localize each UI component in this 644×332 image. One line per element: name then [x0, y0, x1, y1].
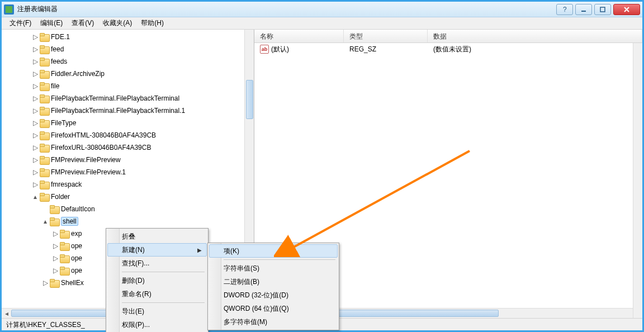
tree-item-label: FirefoxURL-308046B0AF4A39CB	[51, 144, 151, 151]
expand-icon[interactable]: ▷	[52, 255, 59, 262]
tree-item[interactable]: ▷FileType	[2, 117, 254, 129]
expand-icon[interactable]: ▷	[32, 58, 39, 65]
expand-icon[interactable]: ▷	[32, 46, 39, 53]
tree-item-label: ope	[71, 254, 82, 262]
folder-icon	[40, 144, 49, 151]
titlebar[interactable]: 注册表编辑器 ?	[2, 2, 642, 17]
folder-icon	[40, 107, 49, 115]
folder-icon	[50, 279, 59, 287]
expand-icon[interactable]: ▷	[32, 34, 39, 40]
tree-item[interactable]: ▷FMPreview.FilePreview	[2, 154, 254, 166]
expand-icon[interactable]: ▷	[32, 83, 39, 89]
tree-item[interactable]: ▷FirefoxHTML-308046B0AF4A39CB	[2, 129, 254, 141]
menu-item[interactable]: 二进制值(B)	[209, 275, 338, 288]
menu-view[interactable]: 查看(V)	[67, 17, 98, 29]
menu-item[interactable]: 字符串值(S)	[209, 262, 338, 275]
tree-item-label: FMPreview.FilePreview	[51, 156, 121, 164]
window-buttons: ?	[556, 4, 640, 15]
maximize-button[interactable]	[594, 4, 611, 15]
menu-item[interactable]: 折叠	[107, 230, 207, 243]
folder-icon	[40, 45, 49, 53]
menu-item[interactable]: DWORD (32-位)值(D)	[209, 288, 338, 302]
tree-item-label: feed	[51, 45, 64, 53]
menu-item[interactable]: 查找(F)...	[107, 257, 207, 270]
tree-item[interactable]: ▷file	[2, 80, 254, 92]
menubar: 文件(F) 编辑(E) 查看(V) 收藏夹(A) 帮助(H)	[2, 17, 642, 30]
close-button[interactable]	[613, 4, 640, 15]
submenu-arrow-icon: ▶	[197, 247, 202, 253]
tree-vscroll-thumb[interactable]	[246, 80, 253, 119]
value-name: (默认)	[271, 45, 349, 54]
help-button[interactable]: ?	[556, 4, 573, 15]
tree-item[interactable]: ▷FDE.1	[2, 31, 254, 43]
expand-icon[interactable]: ▷	[32, 156, 39, 163]
menu-item[interactable]: QWORD (64 位)值(Q)	[209, 302, 338, 315]
expand-icon[interactable]: ▷	[52, 243, 59, 249]
svg-rect-2	[600, 7, 605, 12]
expand-icon[interactable]: ▷	[52, 267, 59, 274]
minimize-button[interactable]	[575, 4, 592, 15]
menu-item[interactable]: 导出(E)	[107, 305, 207, 318]
tree-item[interactable]: ▴shell	[2, 215, 254, 227]
tree-item[interactable]: ▷fmrespack	[2, 178, 254, 191]
menu-help[interactable]: 帮助(H)	[136, 17, 168, 29]
expand-icon[interactable]: ▷	[32, 144, 39, 151]
folder-icon	[40, 193, 49, 201]
expand-icon[interactable]: ▷	[32, 132, 39, 139]
tree-item[interactable]: ▴Folder	[2, 191, 254, 203]
tree-item[interactable]: ▷FilePlaybackTerminal.FilePlaybackTermin…	[2, 105, 254, 117]
folder-icon	[40, 119, 49, 127]
hscroll-left-icon[interactable]: ◂	[2, 309, 11, 318]
expand-icon[interactable]: ▷	[32, 169, 39, 176]
collapse-icon[interactable]: ▴	[32, 193, 39, 200]
expand-icon[interactable]: ▷	[32, 70, 39, 77]
string-value-icon: ab	[260, 45, 269, 54]
menu-item[interactable]: 删除(D)	[107, 274, 207, 287]
folder-icon	[40, 82, 49, 90]
context-menu: 折叠新建(N)▶查找(F)...删除(D)重命名(R)导出(E)权限(P)...	[106, 228, 209, 332]
tree-item[interactable]: ▷FirefoxURL-308046B0AF4A39CB	[2, 141, 254, 154]
menu-favorites[interactable]: 收藏夹(A)	[98, 17, 136, 29]
regedit-icon	[4, 4, 14, 15]
value-type: REG_SZ	[349, 45, 433, 53]
value-data: (数值未设置)	[433, 45, 471, 54]
menu-item[interactable]: 多字符串值(M)	[209, 315, 338, 329]
expand-icon[interactable]: ▷	[52, 230, 59, 237]
tree-item-label: file	[51, 82, 59, 90]
folder-icon	[40, 156, 49, 164]
folder-icon	[40, 33, 49, 41]
col-data[interactable]: 数据	[428, 30, 642, 42]
expand-icon[interactable]: ▷	[32, 120, 39, 126]
expand-icon[interactable]: ▷	[32, 107, 39, 114]
collapse-icon[interactable]: ▴	[42, 218, 49, 225]
tree-item-label: exp	[71, 230, 82, 238]
folder-icon	[60, 267, 69, 274]
folder-icon	[50, 205, 59, 213]
menu-item[interactable]: 新建(N)▶	[107, 243, 207, 257]
expand-icon[interactable]: ▷	[42, 279, 49, 286]
menu-item[interactable]: 权限(P)...	[107, 318, 207, 331]
tree-item-label: FMPreview.FilePreview.1	[51, 168, 126, 176]
expand-icon[interactable]: ▷	[32, 181, 39, 188]
tree-item[interactable]: ▷feed	[2, 43, 254, 55]
tree-item-label: FDE.1	[51, 33, 70, 41]
tree-item[interactable]: ▷feeds	[2, 55, 254, 68]
menu-edit[interactable]: 编辑(E)	[36, 17, 67, 29]
folder-icon	[40, 70, 49, 78]
expand-icon[interactable]: ▷	[32, 95, 39, 102]
menu-separator	[122, 272, 205, 272]
col-name[interactable]: 名称	[254, 30, 344, 42]
tree-item[interactable]: ▷Fiddler.ArchiveZip	[2, 68, 254, 80]
menu-file[interactable]: 文件(F)	[5, 17, 36, 29]
tree-item[interactable]: ▷FMPreview.FilePreview.1	[2, 166, 254, 178]
menu-item[interactable]: 项(K)	[209, 244, 338, 258]
tree-item-label: FileType	[51, 119, 76, 127]
menu-item[interactable]: 重命名(R)	[107, 287, 207, 301]
list-vscrollbar[interactable]	[633, 43, 642, 318]
menu-separator	[224, 259, 335, 260]
tree-item[interactable]: DefaultIcon	[2, 203, 254, 215]
list-row[interactable]: ab (默认) REG_SZ (数值未设置)	[254, 43, 642, 55]
no-expand	[42, 206, 49, 212]
tree-item[interactable]: ▷FilePlaybackTerminal.FilePlaybackTermin…	[2, 92, 254, 105]
col-type[interactable]: 类型	[344, 30, 428, 42]
